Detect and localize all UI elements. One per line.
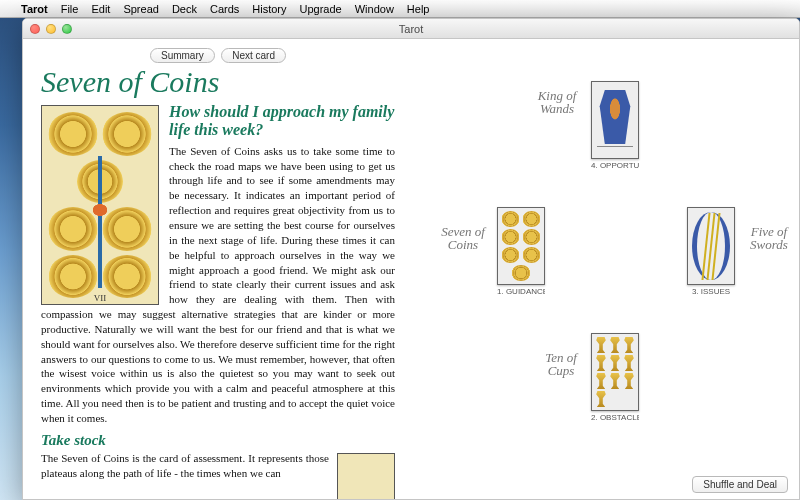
spread-slot-4[interactable]: King of Wands 4. OPPORTUNITI [591,81,639,170]
close-icon[interactable] [30,24,40,34]
minimize-icon[interactable] [46,24,56,34]
menu-history[interactable]: History [252,3,286,15]
card-five-of-swords-icon [687,207,735,285]
menu-spread[interactable]: Spread [123,3,158,15]
next-card-button[interactable]: Next card [221,48,286,63]
card-king-of-wands-icon [591,81,639,159]
card-title: Seven of Coins [41,67,395,97]
menu-help[interactable]: Help [407,3,430,15]
menubar: Tarot File Edit Spread Deck Cards Histor… [0,0,800,18]
main-window: Tarot Summary Next card Seven of Coins [22,18,800,500]
menu-file[interactable]: File [61,3,79,15]
spread-pane: King of Wands 4. OPPORTUNITI Seven of Co… [403,39,799,499]
spread-slot-1[interactable]: Seven of Coins 1. GUIDANCE [497,207,545,296]
card-roman-numeral: VII [42,293,158,303]
titlebar[interactable]: Tarot [23,19,799,39]
spread-card-name-4: King of Wands [527,89,587,115]
spread-caption-4: 4. OPPORTUNITI [591,161,639,170]
spread-caption-3: 3. ISSUES [687,287,735,296]
card-seven-of-coins-icon [497,207,545,285]
window-title: Tarot [399,23,423,35]
zoom-icon[interactable] [62,24,72,34]
card-illustration-small [337,453,395,499]
card-illustration-large: VII [41,105,159,305]
menu-deck[interactable]: Deck [172,3,197,15]
app-menu[interactable]: Tarot [21,3,48,15]
spread-caption-2: 2. OBSTACLES [591,413,639,422]
summary-button[interactable]: Summary [150,48,215,63]
menu-window[interactable]: Window [355,3,394,15]
spread-caption-1: 1. GUIDANCE [497,287,545,296]
spread-card-name-3: Five of Swords [739,225,799,251]
spread-card-name-2: Ten of Cups [531,351,591,377]
menu-cards[interactable]: Cards [210,3,239,15]
card-ten-of-cups-icon [591,333,639,411]
spread-slot-3[interactable]: Five of Swords 3. ISSUES [687,207,735,296]
shuffle-and-deal-button[interactable]: Shuffle and Deal [692,476,788,493]
section-heading-take-stock: Take stock [41,432,395,449]
spread-slot-2[interactable]: Ten of Cups 2. OBSTACLES [591,333,639,422]
menu-edit[interactable]: Edit [91,3,110,15]
spread-card-name-1: Seven of Coins [433,225,493,251]
reading-pane: Summary Next card Seven of Coins VII [23,39,403,499]
menu-upgrade[interactable]: Upgrade [300,3,342,15]
